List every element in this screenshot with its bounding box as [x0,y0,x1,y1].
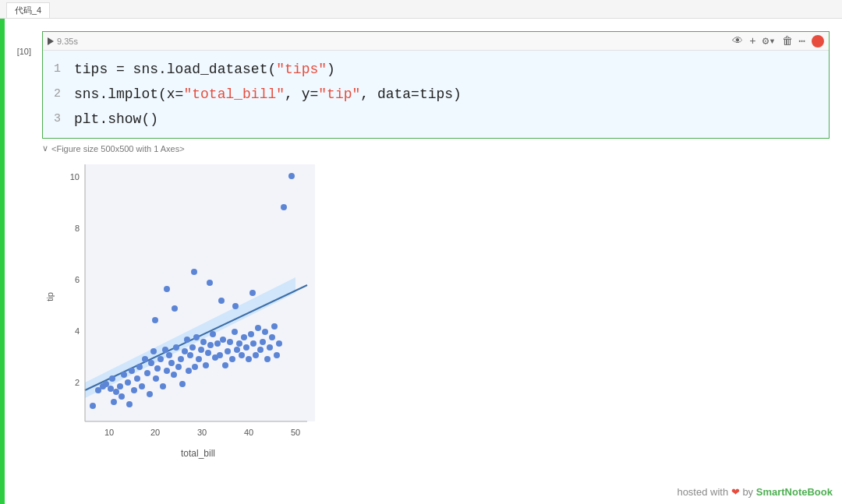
svg-point-30 [178,356,184,362]
delete-icon[interactable]: 🗑 [782,35,793,48]
settings-icon[interactable]: ⚙▾ [762,34,776,48]
run-button[interactable]: 9.35s [48,37,78,46]
svg-point-9 [129,368,135,374]
svg-point-23 [162,347,168,353]
svg-point-29 [175,364,182,370]
svg-point-44 [207,342,214,348]
svg-point-48 [217,352,223,358]
output-toggle[interactable]: ∨ <Figure size 500x500 with 1 Axes> [42,143,830,153]
y-tick-6: 6 [75,275,80,284]
svg-point-78 [172,305,178,312]
svg-point-10 [131,387,137,393]
svg-point-22 [160,383,166,389]
svg-point-80 [232,303,239,309]
svg-point-74 [164,286,170,292]
play-icon [48,37,54,45]
tab-code4[interactable]: 代码_4 [6,2,50,18]
svg-point-58 [241,334,247,340]
toggle-chevron: ∨ [42,143,48,153]
svg-point-13 [139,383,145,389]
cell-toolbar: 9.35s 👁 + ⚙▾ 🗑 ⋯ [43,32,829,51]
svg-point-52 [227,339,233,345]
add-icon[interactable]: + [749,35,755,48]
svg-point-18 [150,348,157,354]
svg-point-76 [207,280,213,286]
svg-point-72 [274,352,280,358]
svg-point-51 [225,348,231,354]
y-tick-4: 4 [75,326,80,336]
svg-point-14 [142,356,148,362]
exec-counter: [10] [5,25,36,56]
output-area: ∨ <Figure size 500x500 with 1 Axes> tip … [42,142,830,462]
svg-point-87 [90,403,96,409]
toolbar-right: 👁 + ⚙▾ 🗑 ⋯ [732,34,824,48]
y-tick-2: 2 [75,378,80,387]
footer: hosted with ❤ by SmartNoteBook [677,486,833,498]
tab-bar: 代码_4 [0,0,842,19]
eye-icon[interactable]: 👁 [732,35,743,48]
x-axis-label: total_bill [181,448,215,459]
svg-point-4 [109,375,115,382]
svg-point-49 [220,337,226,343]
footer-brand-text: by SmartNoteBook [740,486,833,498]
svg-point-71 [271,323,278,330]
x-tick-10: 10 [104,428,114,437]
exec-time: 9.35s [57,37,78,46]
svg-point-61 [248,331,254,337]
svg-point-11 [134,375,140,382]
svg-point-19 [153,375,159,382]
more-icon[interactable]: ⋯ [799,34,805,48]
svg-point-37 [192,364,198,370]
svg-point-77 [218,298,225,304]
svg-point-41 [200,339,207,345]
x-tick-50: 50 [291,428,300,437]
svg-point-56 [236,340,242,347]
svg-point-47 [214,340,221,347]
svg-point-20 [154,365,161,372]
svg-point-28 [173,344,179,351]
svg-point-59 [243,344,249,351]
svg-point-60 [246,356,252,362]
notebook-container: [10] 9.35s 👁 + ⚙▾ [0,19,842,504]
line-num-3: 3 [54,109,61,129]
chart-wrapper: tip total_bill 2 4 6 8 10 10 [42,157,830,460]
line-code-2: sns.lmplot(x="total_bill", y="tip", data… [74,83,462,107]
svg-point-62 [250,340,256,347]
footer-heart-icon: ❤ [731,486,740,498]
svg-point-64 [255,325,261,331]
svg-point-5 [113,389,119,395]
svg-point-43 [205,350,211,356]
x-tick-40: 40 [244,428,253,437]
svg-point-65 [257,347,264,353]
toolbar-left: 9.35s [48,37,78,46]
svg-point-40 [198,347,204,353]
svg-point-8 [125,379,131,386]
svg-point-31 [179,381,186,387]
svg-point-36 [189,344,196,351]
svg-point-2 [103,381,109,387]
svg-point-39 [196,356,202,362]
svg-point-21 [157,356,164,362]
cell-area: [10] 9.35s 👁 + ⚙▾ [5,19,842,504]
output-label: <Figure size 500x500 with 1 Axes> [51,144,185,153]
svg-point-83 [281,204,287,210]
scatter-plot: tip total_bill 2 4 6 8 10 10 [42,157,331,460]
y-axis-label: tip [45,292,55,301]
y-tick-8: 8 [75,224,80,233]
svg-point-54 [232,329,238,335]
code-cell: 9.35s 👁 + ⚙▾ 🗑 ⋯ [42,31,830,139]
svg-point-26 [168,360,175,366]
svg-point-50 [222,362,228,368]
svg-point-35 [187,352,193,358]
svg-point-79 [152,317,158,323]
x-tick-20: 20 [150,428,160,437]
svg-point-69 [267,344,273,351]
line-code-1: tips = sns.load_dataset("tips") [74,58,335,82]
svg-point-3 [108,386,114,392]
svg-point-34 [186,368,192,374]
svg-point-15 [144,370,150,376]
line-num-1: 1 [54,59,61,79]
svg-point-6 [117,383,123,389]
code-content: 1 tips = sns.load_dataset("tips") 2 sns.… [43,51,829,138]
svg-point-82 [288,173,295,179]
